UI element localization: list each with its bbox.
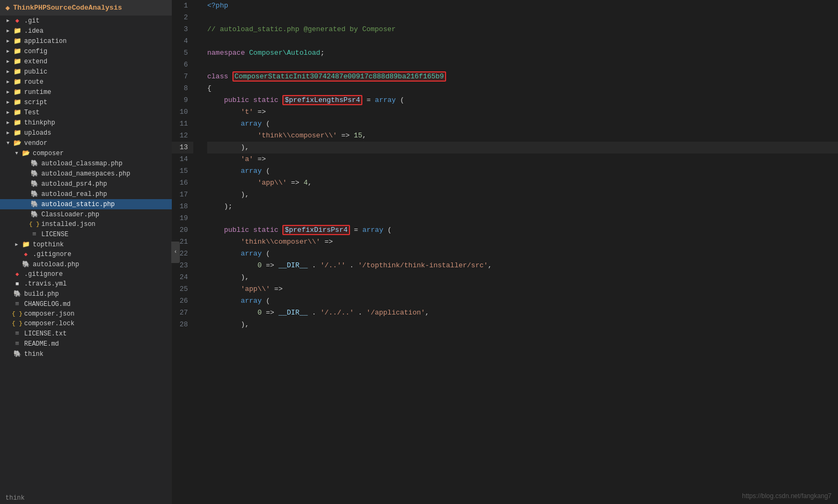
tree-item-application[interactable]: ▶ 📁 application <box>0 36 172 46</box>
tree-label-Test: Test <box>24 109 40 116</box>
line-number-15: 15 <box>172 165 193 177</box>
line-number-3: 3 <box>172 24 193 35</box>
tree-label-autoload_php: autoload.php <box>33 261 79 268</box>
line-number-20: 20 <box>172 224 193 236</box>
tree-item-Test[interactable]: ▶ 📁 Test <box>0 107 172 118</box>
tree-item-vendor[interactable]: ▼ 📂 vendor <box>0 138 172 148</box>
tree-item-autoload_static[interactable]: 🐘 autoload_static.php <box>0 199 172 209</box>
tree-label-git: .git <box>24 17 40 25</box>
code-line-12: 'think\\composer\\' => 15, <box>207 130 838 142</box>
tree-item-extend[interactable]: ▶ 📁 extend <box>0 56 172 67</box>
code-area[interactable]: 1234567891011121314151617181920212223242… <box>172 0 838 504</box>
tree-label-autoload_classmap: autoload_classmap.php <box>41 160 122 167</box>
tree-label-gitignore_root: .gitignore <box>24 271 63 278</box>
tree-item-think[interactable]: 🐘 think <box>0 349 172 359</box>
tree-label-route: route <box>24 78 43 86</box>
tree-item-readme[interactable]: ≡ README.md <box>0 339 172 349</box>
tree-item-topthink[interactable]: ▶ 📁 topthink <box>0 239 172 250</box>
tree-label-changelog: CHANGELOG.md <box>24 301 70 308</box>
line-number-28: 28 <box>172 319 193 331</box>
line-number-24: 24 <box>172 272 193 283</box>
tree-item-autoload_namespaces[interactable]: 🐘 autoload_namespaces.php <box>0 169 172 179</box>
line-number-11: 11 <box>172 118 193 130</box>
tree-item-license_txt[interactable]: ≡ LICENSE.txt <box>0 328 172 339</box>
code-line-4 <box>207 35 838 47</box>
tree-item-installed_json[interactable]: { } installed.json <box>0 220 172 229</box>
collapse-sidebar-button[interactable]: ‹ <box>171 242 180 263</box>
tree-item-thinkphp[interactable]: ▶ 📁 thinkphp <box>0 118 172 128</box>
tree-item-autoload_classmap[interactable]: 🐘 autoload_classmap.php <box>0 158 172 169</box>
line-number-9: 9 <box>172 94 193 106</box>
tree-item-autoload_php[interactable]: 🐘 autoload.php <box>0 259 172 269</box>
tree-label-runtime: runtime <box>24 89 51 96</box>
line-number-1: 1 <box>172 0 193 12</box>
tree-label-config: config <box>24 48 47 55</box>
tree-label-composer_json: composer.json <box>24 310 75 318</box>
tree-label-travis: .travis.yml <box>24 280 67 288</box>
tree-item-autoload_psr4[interactable]: 🐘 autoload_psr4.php <box>0 179 172 189</box>
tree-item-runtime[interactable]: ▶ 📁 runtime <box>0 87 172 97</box>
tree-item-uploads[interactable]: ▶ 📁 uploads <box>0 128 172 138</box>
tree-item-ClassLoader[interactable]: 🐘 ClassLoader.php <box>0 209 172 220</box>
line-number-2: 2 <box>172 12 193 24</box>
tree-item-gitignore_root[interactable]: ◆ .gitignore <box>0 269 172 279</box>
line-number-8: 8 <box>172 83 193 94</box>
watermark: https://blog.csdn.net/fangkang7 <box>742 492 832 500</box>
code-line-27: 0 => __DIR__ . '/../..' . '/application'… <box>207 307 838 319</box>
project-name: ThinkPHPSourceCodeAnalysis <box>13 4 122 12</box>
tree-item-composer_json[interactable]: { } composer.json <box>0 309 172 319</box>
line-number-6: 6 <box>172 59 193 71</box>
tree-label-license_txt: LICENSE.txt <box>24 330 67 338</box>
code-line-3: // autoload_static.php @generated by Com… <box>207 24 838 35</box>
tree-label-think: think <box>24 350 43 358</box>
tree-label-extend: extend <box>24 58 47 65</box>
tree-item-composer[interactable]: ▼ 📂 composer <box>0 148 172 158</box>
line-number-25: 25 <box>172 283 193 295</box>
line-number-12: 12 <box>172 130 193 142</box>
code-content: <?php // autoload_static.php @generated … <box>199 0 838 504</box>
line-number-26: 26 <box>172 295 193 307</box>
tree-label-readme: README.md <box>24 340 59 348</box>
code-line-7: class ComposerStaticInit30742487e00917c8… <box>207 71 838 83</box>
tree-item-autoload_real[interactable]: 🐘 autoload_real.php <box>0 189 172 199</box>
tree-item-travis[interactable]: ■ .travis.yml <box>0 279 172 289</box>
tree-label-autoload_static: autoload_static.php <box>41 201 115 208</box>
tree-item-script[interactable]: ▶ 📁 script <box>0 97 172 107</box>
tree-item-route[interactable]: ▶ 📁 route <box>0 77 172 87</box>
code-line-26: array ( <box>207 295 838 307</box>
tree-item-LICENSE_vendor[interactable]: ≡ LICENSE <box>0 229 172 239</box>
tree-label-autoload_real: autoload_real.php <box>41 191 107 198</box>
tree-item-composer_lock[interactable]: { } composer.lock <box>0 319 172 328</box>
tree-item-config[interactable]: ▶ 📁 config <box>0 46 172 56</box>
line-number-19: 19 <box>172 213 193 224</box>
tree-label-build: build.php <box>24 290 59 298</box>
tree-label-vendor: vendor <box>24 140 47 147</box>
code-line-22: array ( <box>207 248 838 260</box>
line-number-14: 14 <box>172 154 193 165</box>
code-line-5: namespace Composer\Autoload; <box>207 47 838 59</box>
code-line-14: 'a' => <box>207 154 838 165</box>
tree-item-gitignore_vendor[interactable]: ◆ .gitignore <box>0 250 172 259</box>
tree-item-build[interactable]: 🐘 build.php <box>0 289 172 299</box>
code-line-13: ), <box>207 142 838 154</box>
line-number-27: 27 <box>172 307 193 319</box>
tree-item-idea[interactable]: ▶ 📁 .idea <box>0 26 172 36</box>
tree-label-uploads: uploads <box>24 129 51 137</box>
file-tree: ▶ ◆ .git ▶ 📁 .idea ▶ 📁 application ▶ 📁 c… <box>0 16 172 359</box>
code-line-21: 'think\\composer\\' => <box>207 236 838 248</box>
tree-item-git[interactable]: ▶ ◆ .git <box>0 16 172 26</box>
code-line-19 <box>207 213 838 224</box>
line-number-7: 7 <box>172 71 193 83</box>
code-line-1: <?php <box>207 0 838 12</box>
code-line-11: array ( <box>207 118 838 130</box>
code-line-18: ); <box>207 201 838 213</box>
tree-label-public: public <box>24 68 47 76</box>
line-number-13: 13 <box>172 142 193 154</box>
code-line-10: 't' => <box>207 106 838 118</box>
tree-label-application: application <box>24 38 67 45</box>
tree-item-public[interactable]: ▶ 📁 public <box>0 67 172 77</box>
line-number-16: 16 <box>172 177 193 189</box>
sidebar-title: ◆ ThinkPHPSourceCodeAnalysis <box>0 0 172 16</box>
tree-label-installed_json: installed.json <box>41 221 96 228</box>
tree-item-changelog[interactable]: ≡ CHANGELOG.md <box>0 299 172 309</box>
